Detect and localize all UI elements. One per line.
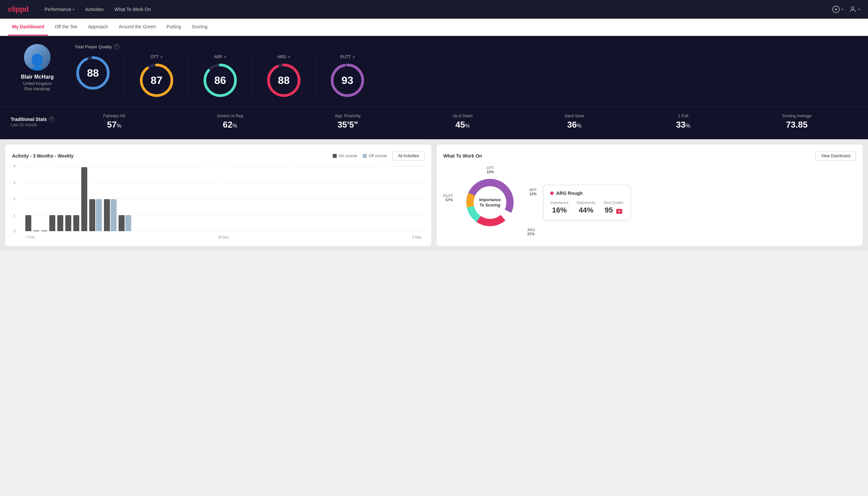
activity-chart-card: Activity - 3 Months - Weekly On course O…: [5, 144, 431, 246]
tabs-bar: My Dashboard Off the Tee Approach Around…: [0, 19, 868, 36]
scores-section: Total Player Quality ? 88: [75, 44, 857, 98]
bar: [57, 215, 63, 231]
bar: [41, 231, 47, 231]
legend-on-course: On course: [333, 154, 357, 158]
bar-group-3: [41, 231, 47, 231]
shot-quality-badge: ▼: [616, 209, 622, 214]
info-metric-opportunity: Opportunity 44%: [577, 201, 596, 215]
total-pq-label: Total Player Quality ?: [75, 44, 857, 49]
arg-circle: 88: [266, 62, 302, 98]
user-profile-button[interactable]: ▾: [849, 5, 860, 13]
bar-group-7: [73, 215, 79, 231]
traditional-stats-row: Traditional Stats ? Last 20 rounds Fairw…: [0, 107, 868, 139]
donut-label-putt: PUTT 57%: [443, 194, 453, 202]
nav-right-actions: ▾ ▾: [832, 5, 860, 13]
donut-label-arg: ARG 21%: [527, 228, 535, 236]
trad-stats-info-icon[interactable]: ?: [49, 117, 54, 122]
bar: [96, 199, 102, 231]
putt-circle: 93: [329, 62, 366, 98]
bar: [89, 199, 95, 231]
tab-scoring[interactable]: Scoring: [188, 19, 211, 36]
x-labels: 7 Feb 28 Mar 9 May: [23, 235, 425, 239]
stat-1-putt: 1 Putt 33%: [676, 113, 690, 130]
total-circle: 88: [75, 55, 111, 91]
score-total: 88: [75, 55, 125, 98]
info-metric-importance: Importance 16%: [550, 201, 569, 215]
legend-off-course: Off course: [363, 154, 387, 158]
donut-label-app: APP 12%: [529, 188, 537, 196]
bar-group-1: [25, 215, 31, 231]
app-logo[interactable]: clippd: [8, 5, 29, 14]
bar-group-6: [65, 215, 71, 231]
svg-point-3: [851, 7, 854, 9]
donut-center-line2: To Scoring: [480, 203, 500, 207]
bar-group-8: [81, 167, 87, 231]
bar: [111, 199, 116, 231]
tab-off-the-tee[interactable]: Off the Tee: [51, 19, 81, 36]
arg-trend-icon: ↗: [287, 55, 290, 59]
user-dropdown-icon: ▾: [858, 7, 860, 12]
bar-group-4: [49, 215, 55, 231]
traditional-stats-label: Traditional Stats ? Last 20 rounds: [11, 117, 57, 127]
tab-putting[interactable]: Putting: [162, 19, 185, 36]
info-card: ARG Rough Importance 16% Opportunity 44%…: [543, 185, 631, 220]
score-putt: PUTT ↗ 93: [316, 55, 379, 98]
all-activities-button[interactable]: All Activities: [392, 151, 425, 160]
info-metric-shot-quality: Shot Quality 95 ▼: [603, 201, 624, 215]
donut-center-line1: Importance: [479, 198, 501, 202]
activity-chart-title: Activity - 3 Months - Weekly: [12, 153, 74, 158]
wtwon-title: What To Work On: [443, 153, 482, 158]
bars-container: [23, 166, 425, 231]
add-dropdown-icon: ▾: [841, 7, 843, 12]
top-navigation: clippd Performance ▾ Activities What To …: [0, 0, 868, 19]
stat-greens-in-reg: Greens In Reg 62%: [217, 113, 243, 130]
player-name: Blair McHarg: [21, 74, 54, 80]
bar: [104, 199, 110, 231]
bar-group-11: [119, 215, 131, 231]
add-button[interactable]: ▾: [832, 5, 843, 13]
performance-dropdown-icon: ▾: [73, 7, 75, 12]
bar-group-5: [57, 215, 63, 231]
score-ott: OTT ↗ 87: [125, 55, 189, 98]
legend-on-course-dot: [333, 154, 337, 158]
stat-sand-save: Sand Save 36%: [565, 113, 584, 130]
player-country: United Kingdom: [21, 81, 54, 86]
bar: [25, 215, 31, 231]
bar-group-10: [104, 199, 116, 231]
donut-section: OTT 10% APP 12% ARG 21% PUTT 57%: [443, 166, 856, 239]
nav-activities[interactable]: Activities: [85, 5, 104, 13]
donut-label-ott: OTT 10%: [487, 166, 494, 174]
app-circle: 86: [202, 62, 238, 98]
bar: [119, 215, 125, 231]
ott-circle: 87: [138, 62, 175, 98]
stats-items: Fairways Hit 57% Greens In Reg 62% App. …: [57, 113, 857, 130]
bar-group-9: [89, 199, 102, 231]
stat-scoring-average: Scoring Average 73.85: [782, 113, 811, 130]
info-metrics: Importance 16% Opportunity 44% Shot Qual…: [550, 201, 624, 215]
info-card-dot: [550, 191, 554, 195]
stat-up-down: Up & Down 45%: [452, 113, 473, 130]
bar: [65, 215, 71, 231]
info-card-title-text: ARG Rough: [556, 190, 583, 196]
activity-bar-chart: 4 3 2 1 0: [12, 166, 425, 239]
tab-my-dashboard[interactable]: My Dashboard: [8, 19, 48, 36]
score-arg: ARG ↗ 88: [252, 55, 316, 98]
stat-app-proximity: App. Proximity 35'5": [335, 113, 360, 130]
bar: [33, 231, 39, 231]
view-dashboard-button[interactable]: View Dashboard: [815, 151, 856, 160]
putt-trend-icon: ↗: [352, 55, 355, 59]
nav-what-to-work-on[interactable]: What To Work On: [114, 5, 151, 13]
tab-approach[interactable]: Approach: [84, 19, 112, 36]
score-circles: 88 OTT ↗ 87: [75, 55, 857, 98]
player-handicap: Plus Handicap: [21, 87, 54, 91]
bar: [49, 215, 55, 231]
bottom-section: Activity - 3 Months - Weekly On course O…: [0, 139, 868, 251]
total-pq-info-icon[interactable]: ?: [114, 44, 119, 49]
hero-section: Blair McHarg United Kingdom Plus Handica…: [0, 36, 868, 107]
nav-performance[interactable]: Performance ▾: [45, 5, 75, 13]
legend-off-course-dot: [363, 154, 367, 158]
ott-trend-icon: ↗: [160, 55, 162, 59]
donut-svg: Importance To Scoring: [463, 176, 517, 229]
tab-around-the-green[interactable]: Around the Green: [114, 19, 160, 36]
svg-point-18: [474, 187, 506, 218]
